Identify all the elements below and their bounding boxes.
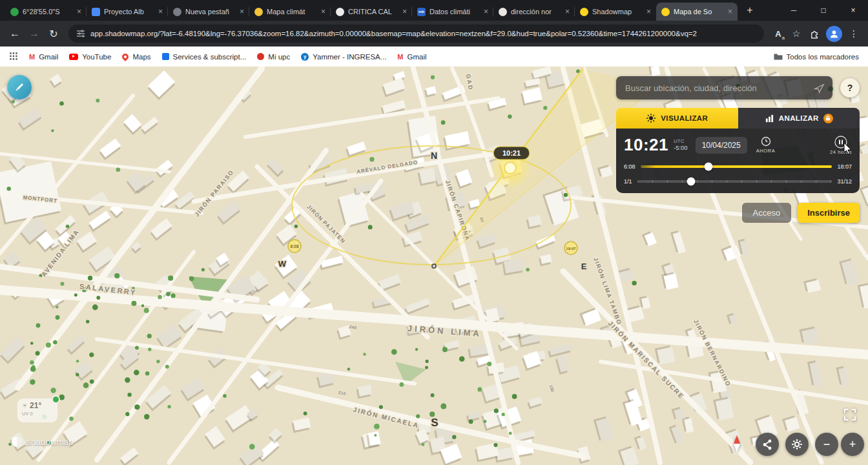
browser-tab-proyecto[interactable]: Proyecto Alb × bbox=[87, 3, 168, 21]
menu-icon[interactable]: ⋮ bbox=[845, 25, 863, 43]
login-button[interactable]: Acceso bbox=[742, 203, 792, 223]
search-input[interactable] bbox=[624, 83, 814, 94]
share-icon bbox=[761, 438, 773, 451]
date-slider-knob[interactable] bbox=[687, 178, 696, 186]
browser-tab-direccion[interactable]: dirección nor × bbox=[493, 3, 575, 21]
svg-text:10:21: 10:21 bbox=[502, 149, 521, 157]
browser-tab-strip: 6°28'55.0"S × Proyecto Alb × Nueva pesta… bbox=[0, 0, 868, 21]
window-controls: ─ □ × bbox=[779, 0, 868, 21]
current-time: 10:21 bbox=[624, 135, 668, 155]
compass-north: N bbox=[431, 150, 437, 161]
url-bar[interactable]: app.shadowmap.org/?lat=-6.48190&lng=-76.… bbox=[68, 25, 764, 43]
tab-label: dirección nor bbox=[511, 8, 561, 16]
extensions-puzzle-icon[interactable] bbox=[805, 25, 823, 43]
date-slider[interactable] bbox=[637, 180, 832, 183]
weather-widget[interactable]: ☀ 21° UV 0 bbox=[17, 398, 57, 422]
climate-favicon bbox=[254, 8, 263, 16]
browser-tab-datos[interactable]: mb Datos climáti × bbox=[412, 3, 493, 21]
compass-west: W bbox=[278, 259, 287, 269]
time-slider-knob[interactable] bbox=[705, 163, 713, 171]
doc-favicon bbox=[499, 8, 507, 16]
back-icon[interactable]: ← bbox=[5, 24, 25, 43]
yammer-icon: y bbox=[301, 53, 309, 61]
tab-analizar[interactable]: ANALIZAR bbox=[738, 108, 860, 129]
new-tab-button[interactable]: + bbox=[741, 2, 758, 19]
chart-icon bbox=[765, 114, 774, 123]
tab-close-icon[interactable]: × bbox=[646, 8, 651, 16]
bookmark-gmail[interactable]: M Gmail bbox=[29, 53, 58, 61]
translate-icon[interactable]: A a bbox=[769, 25, 787, 43]
profile-avatar[interactable] bbox=[826, 26, 842, 42]
browser-tab-mapa-climatico[interactable]: Mapa climát × bbox=[249, 3, 331, 21]
sun-weather-icon: ☀ bbox=[22, 402, 27, 409]
browser-tab-mapa-sombras-active[interactable]: Mapa de So × bbox=[656, 3, 738, 21]
fullscreen-button[interactable] bbox=[843, 408, 856, 421]
time-slider[interactable] bbox=[641, 165, 832, 168]
tab-label: Shadowmap bbox=[592, 8, 643, 16]
tab-label: Proyecto Alb bbox=[104, 8, 154, 16]
maps-pin-icon bbox=[121, 52, 130, 61]
browser-tab-critica[interactable]: CRITICA CAL × bbox=[331, 3, 412, 21]
sun-icon bbox=[646, 113, 656, 123]
minimize-icon[interactable]: ─ bbox=[779, 0, 809, 21]
utc-offset: UTC -5:00 bbox=[674, 138, 688, 151]
zoom-in-button[interactable]: + bbox=[841, 433, 864, 456]
bookmark-youtube[interactable]: YouTube bbox=[69, 53, 111, 61]
bookmark-gmail-2[interactable]: M Gmail bbox=[397, 53, 426, 61]
browser-tab-shadowmap[interactable]: Shadowmap × bbox=[575, 3, 656, 21]
browser-tab-coordinates[interactable]: 6°28'55.0"S × bbox=[5, 3, 87, 21]
tab-close-icon[interactable]: × bbox=[158, 8, 163, 16]
play-24h-button[interactable]: 24 horas bbox=[830, 136, 852, 155]
sun-marker[interactable] bbox=[504, 162, 516, 174]
tab-label: Mapa climát bbox=[267, 8, 317, 16]
maximize-icon[interactable]: □ bbox=[809, 0, 838, 21]
tab-close-icon[interactable]: × bbox=[321, 8, 326, 16]
help-button[interactable]: ? bbox=[840, 78, 860, 98]
tab-close-icon[interactable]: × bbox=[728, 8, 732, 16]
air-quality-badge bbox=[52, 395, 60, 404]
tab-close-icon[interactable]: × bbox=[565, 8, 570, 16]
temperature: 21° bbox=[30, 401, 41, 410]
search-bar[interactable] bbox=[616, 76, 832, 99]
zoom-out-button[interactable]: − bbox=[815, 433, 838, 456]
draw-tool-button[interactable] bbox=[7, 75, 32, 99]
url-text: app.shadowmap.org/?lat=-6.48190&lng=-76.… bbox=[90, 30, 756, 37]
bookmark-services[interactable]: Services & subscript... bbox=[162, 53, 247, 61]
shadowmap-logo-icon bbox=[12, 437, 22, 447]
tab-close-icon[interactable]: × bbox=[402, 8, 407, 16]
newtab-favicon bbox=[173, 8, 181, 16]
tab-visualizar[interactable]: VISUALIZAR bbox=[616, 108, 738, 129]
site-settings-icon[interactable] bbox=[76, 29, 85, 38]
pause-icon bbox=[834, 136, 847, 149]
sunset-marker[interactable]: 18:07 bbox=[564, 242, 577, 254]
all-bookmarks-button[interactable]: Todos los marcadores bbox=[774, 53, 860, 61]
tab-close-icon[interactable]: × bbox=[484, 8, 488, 16]
folder-icon bbox=[774, 53, 783, 60]
forward-icon[interactable]: → bbox=[25, 24, 44, 43]
apps-grid-icon[interactable] bbox=[9, 52, 18, 62]
close-icon[interactable]: × bbox=[838, 0, 868, 21]
send-icon[interactable] bbox=[814, 83, 825, 94]
settings-button[interactable] bbox=[785, 433, 809, 456]
now-button[interactable]: AHORA bbox=[756, 136, 776, 154]
date-picker[interactable]: 10/04/2025 bbox=[696, 137, 747, 154]
bookmark-miupc[interactable]: Mi upc bbox=[257, 53, 290, 61]
tab-close-icon[interactable]: × bbox=[77, 8, 81, 16]
bookmark-yammer[interactable]: y Yammer - INGRESA... bbox=[301, 53, 386, 61]
browser-tab-nueva[interactable]: Nueva pestañ × bbox=[168, 3, 249, 21]
screen: 6°28'55.0"S × Proyecto Alb × Nueva pesta… bbox=[0, 0, 868, 465]
tab-close-icon[interactable]: × bbox=[240, 8, 244, 16]
compass-needle[interactable] bbox=[732, 435, 742, 452]
share-button[interactable] bbox=[756, 433, 779, 456]
year-start: 1/1 bbox=[624, 178, 632, 185]
date-slider-row: 1/1 31/12 bbox=[624, 178, 852, 185]
reload-icon[interactable]: ↻ bbox=[44, 24, 63, 43]
youtube-icon bbox=[69, 54, 78, 60]
signup-button[interactable]: Inscribirse bbox=[798, 203, 860, 223]
sunrise-marker[interactable]: 6:08 bbox=[288, 240, 301, 253]
gear-icon bbox=[791, 439, 803, 450]
lock-icon bbox=[823, 114, 833, 123]
bookmark-star-icon[interactable]: ☆ bbox=[787, 25, 805, 43]
bookmark-maps[interactable]: Maps bbox=[122, 53, 150, 61]
shadowmap-watermark: shadowmap bbox=[12, 437, 74, 447]
